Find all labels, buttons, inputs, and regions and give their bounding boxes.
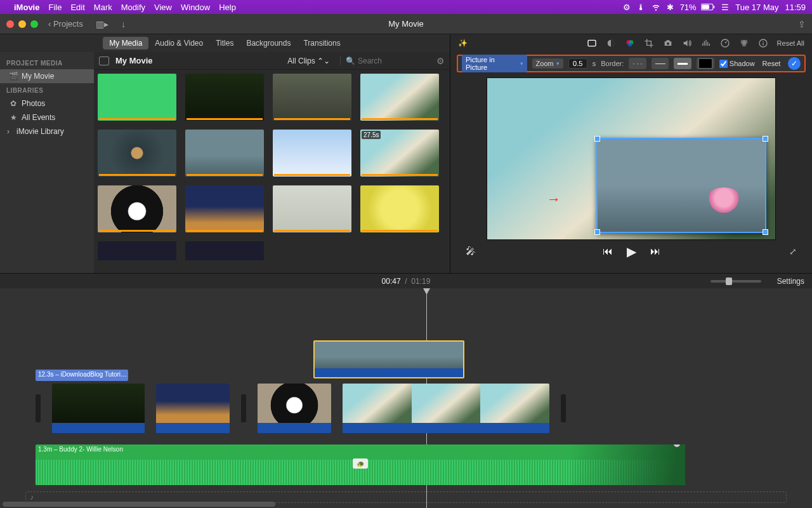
import-icon[interactable]: ↓ [121,19,126,29]
clip-thumbnail[interactable] [185,241,264,260]
volume-icon[interactable] [682,38,692,48]
clip-thumbnail[interactable] [98,74,176,121]
video-clip[interactable] [156,384,230,433]
clip-thumbnail[interactable]: 27.5s [360,130,439,177]
video-overlay-icon[interactable] [587,38,597,48]
menu-window[interactable]: Window [181,3,210,12]
window-controls[interactable] [6,20,38,28]
close-window-icon[interactable] [6,20,14,28]
timeline[interactable]: 12.3s – iDownloadBlog Tutori… 1.3m – Bud… [0,288,812,508]
pip-effect-dropdown[interactable]: Zoom ▾ [532,58,563,69]
back-to-projects-button[interactable]: ‹ Projects [48,19,83,29]
tuning-fork-icon[interactable]: ⚙︎ [623,3,631,12]
trim-handle[interactable] [36,394,41,422]
speed-marker-icon[interactable]: 🐢 [353,458,368,469]
tab-audio-video[interactable]: Audio & Video [148,37,209,50]
resize-handle[interactable] [594,229,600,235]
shadow-checkbox[interactable]: Shadow [719,60,755,68]
menubar-date[interactable]: Tue 17 May [735,3,778,12]
clip-thumbnail[interactable] [98,185,176,232]
clip-thumbnail[interactable] [360,185,439,232]
clip-thumbnail[interactable] [185,130,264,177]
share-icon[interactable]: ⇪ [798,19,806,29]
app-menu[interactable]: iMovie [14,3,39,12]
clip-thumbnail[interactable] [273,130,351,177]
pip-overlay[interactable] [596,138,766,233]
next-frame-button[interactable]: ⏭ [650,246,660,257]
tab-backgrounds[interactable]: Backgrounds [240,37,297,50]
tab-transitions[interactable]: Transitions [297,37,346,50]
resize-handle[interactable] [763,229,768,235]
sidebar-item-imovie-library[interactable]: › iMovie Library [0,124,94,138]
wifi-icon[interactable] [652,3,660,11]
clip-thumbnail[interactable] [273,185,351,232]
color-correction-icon[interactable] [625,38,635,48]
trim-handle[interactable] [241,394,246,422]
minimize-window-icon[interactable] [18,20,26,28]
resize-handle[interactable] [594,136,600,142]
info-icon[interactable] [758,38,768,48]
video-clip[interactable] [258,384,331,433]
resize-handle[interactable] [763,136,768,142]
menubar-time[interactable]: 11:59 [785,3,806,12]
clip-thumbnail[interactable] [185,185,264,232]
sidebar-project-item[interactable]: 🎬 My Movie [0,69,94,83]
video-clip[interactable] [52,384,145,433]
filmstrip-toggle-icon[interactable] [99,57,109,65]
audio-clip[interactable]: 1.3m – Buddy 2- Willie Nelson 🐢 [36,444,685,485]
speed-icon[interactable] [720,38,730,48]
fullscreen-icon[interactable]: ⤢ [789,246,797,257]
menu-modify[interactable]: Modify [121,3,145,12]
stabilization-icon[interactable] [663,38,673,48]
border-thick-button[interactable] [674,58,691,69]
apply-button-icon[interactable]: ✓ [788,57,801,70]
clip-thumbnail[interactable] [273,74,351,121]
timeline-zoom-slider[interactable] [710,280,761,283]
tab-my-media[interactable]: My Media [103,37,148,50]
browser-settings-icon[interactable]: ⚙ [436,56,445,66]
search-field[interactable]: 🔍 [340,57,428,65]
noise-reduction-icon[interactable] [701,38,711,48]
library-view-icon[interactable]: ▥▸ [96,19,108,29]
title-clip[interactable]: 12.3s – iDownloadBlog Tutori… [36,370,128,381]
audio-fade[interactable] [571,444,685,485]
thermometer-icon[interactable]: 🌡︎ [637,3,645,12]
control-center-icon[interactable]: ☰ [721,3,729,12]
voiceover-icon[interactable]: 🎤︎ [466,246,476,257]
trim-handle[interactable] [561,394,566,422]
border-none-button[interactable]: · · · [629,58,646,69]
clip-thumbnail[interactable] [185,74,264,121]
overlay-mode-dropdown[interactable]: Picture in Picture ▾ [462,55,527,72]
pip-timeline-clip[interactable] [313,340,464,378]
menu-help[interactable]: Help [219,3,236,12]
clip-thumbnail[interactable] [98,241,176,260]
crop-icon[interactable] [644,38,654,48]
clip-thumbnail[interactable] [360,74,439,121]
clip-filter-dropdown[interactable]: All Clips ⌃⌄ [287,57,330,65]
border-color-button[interactable] [697,58,714,69]
menu-view[interactable]: View [154,3,172,12]
menu-edit[interactable]: Edit [70,3,84,12]
reset-all-button[interactable]: Reset All [777,39,804,47]
prev-frame-button[interactable]: ⏮ [603,246,613,257]
sidebar-item-photos[interactable]: ✿ Photos [0,97,94,110]
menu-file[interactable]: File [48,3,62,12]
clip-thumbnail[interactable] [98,130,176,177]
search-input[interactable] [358,57,428,65]
menu-mark[interactable]: Mark [94,3,112,12]
zoom-window-icon[interactable] [30,20,38,28]
video-clip[interactable] [343,384,549,433]
timeline-settings-button[interactable]: Settings [777,277,804,286]
border-thin-button[interactable] [652,58,669,69]
horizontal-scrollbar[interactable] [3,502,275,507]
preview-canvas[interactable]: → [487,77,776,240]
reset-button[interactable]: Reset [763,60,781,67]
dissolve-duration-input[interactable] [568,58,587,69]
bluetooth-icon[interactable]: ✱ [667,3,674,12]
play-button[interactable]: ▶ [627,244,636,259]
tab-titles[interactable]: Titles [209,37,240,50]
color-balance-icon[interactable] [606,38,616,48]
slider-thumb[interactable] [726,277,732,285]
sidebar-item-all-events[interactable]: ★ All Events [0,110,94,124]
clip-filter-icon[interactable] [739,38,749,48]
